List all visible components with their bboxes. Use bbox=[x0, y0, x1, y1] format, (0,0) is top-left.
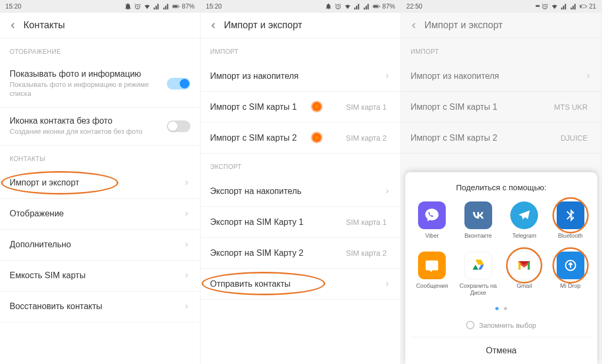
row-title: Восстановить контакты bbox=[10, 302, 183, 311]
chevron-right-icon bbox=[183, 179, 190, 187]
row-import-sim2[interactable]: Импорт с SIM карты 2 SIM карта 2 bbox=[200, 123, 400, 153]
status-time: 15:20 bbox=[206, 3, 222, 10]
row-import-storage[interactable]: Импорт из накопителя bbox=[200, 61, 400, 92]
mute-icon bbox=[325, 3, 332, 10]
wifi-icon bbox=[551, 3, 558, 10]
row-title: Экспорт на SIM Карту 2 bbox=[210, 248, 346, 258]
share-label: Viber bbox=[426, 232, 439, 246]
cancel-button[interactable]: Отмена bbox=[411, 337, 592, 364]
share-midrop[interactable]: Mi Drop bbox=[549, 252, 592, 296]
gmail-icon bbox=[510, 252, 538, 279]
section-import: ИМПОРТ bbox=[401, 38, 601, 61]
row-title: Иконка контакта без фото bbox=[10, 116, 167, 126]
share-viber[interactable]: Viber bbox=[411, 201, 454, 246]
row-sim-capacity[interactable]: Емкость SIM карты bbox=[0, 261, 200, 292]
share-label: Сообщения bbox=[416, 282, 448, 296]
share-label: Telegram bbox=[512, 232, 536, 246]
battery-icon bbox=[172, 3, 180, 10]
toggle-on[interactable] bbox=[167, 78, 190, 90]
chevron-left-icon bbox=[409, 21, 419, 30]
share-label: Mi Drop bbox=[560, 282, 581, 296]
row-title: Емкость SIM карты bbox=[10, 271, 183, 280]
status-time: 22:50 bbox=[406, 3, 422, 10]
share-title: Поделиться с помощью: bbox=[411, 183, 592, 192]
row-title: Экспорт на SIM Карту 1 bbox=[210, 217, 346, 227]
share-sheet: Поделиться с помощью: Viber Вконтакте Te… bbox=[405, 172, 597, 364]
remember-row[interactable]: Запомнить выбор bbox=[411, 317, 592, 337]
drive-icon bbox=[464, 252, 492, 279]
share-label: Вконтакте bbox=[464, 232, 492, 246]
row-value: MTS UKR bbox=[554, 103, 588, 111]
row-restore[interactable]: Восстановить контакты bbox=[0, 292, 200, 322]
section-export: ЭКСПОРТ bbox=[200, 153, 400, 176]
signal2-icon bbox=[163, 3, 170, 10]
row-send-contacts[interactable]: Отправить контакты bbox=[200, 269, 400, 300]
battery-icon bbox=[373, 3, 380, 10]
section-display: ОТОБРАЖЕНИЕ bbox=[0, 38, 200, 61]
battery-icon bbox=[580, 3, 587, 10]
toggle-off[interactable] bbox=[167, 120, 190, 132]
battery-percent: 87% bbox=[382, 3, 395, 10]
status-time: 15:20 bbox=[5, 3, 21, 10]
dot-active bbox=[495, 307, 499, 310]
status-indicators: 87% bbox=[325, 3, 395, 10]
signal2-icon bbox=[570, 3, 577, 10]
share-bluetooth[interactable]: Bluetooth bbox=[549, 201, 592, 246]
highlight-dot bbox=[310, 100, 323, 113]
row-import-sim2[interactable]: Импорт с SIM карты 2 DJUICE bbox=[401, 123, 601, 153]
row-title: Импорт с SIM карты 1 bbox=[210, 102, 346, 112]
dot-inactive bbox=[504, 307, 507, 310]
row-title: Импорт из накопителя bbox=[411, 71, 584, 81]
row-import-sim1[interactable]: Импорт с SIM карты 1 MTS UKR bbox=[401, 92, 601, 123]
back-button[interactable] bbox=[206, 18, 221, 33]
row-import-storage[interactable]: Импорт из накопителя bbox=[401, 61, 601, 92]
row-display[interactable]: Отображение bbox=[0, 199, 200, 230]
section-contacts: КОНТАКТЫ bbox=[0, 145, 200, 168]
share-telegram[interactable]: Telegram bbox=[503, 201, 546, 246]
telegram-icon bbox=[510, 201, 538, 229]
row-export-sim1[interactable]: Экспорт на SIM Карту 1 SIM карта 1 bbox=[200, 207, 400, 238]
share-messages[interactable]: Сообщения bbox=[411, 252, 454, 296]
status-bar: 15:20 87% bbox=[200, 0, 400, 13]
alarm-icon bbox=[541, 3, 549, 10]
header: Импорт и экспорт bbox=[401, 13, 601, 38]
wifi-icon bbox=[143, 3, 151, 10]
row-subtitle: Создание иконки для контактов без фото bbox=[10, 127, 167, 136]
row-show-photo[interactable]: Показывать фото и информацию Показывать … bbox=[0, 61, 200, 108]
chevron-right-icon bbox=[383, 72, 391, 80]
share-label: Сохранить на Диске bbox=[457, 282, 500, 296]
signal-icon bbox=[354, 3, 361, 10]
dots-icon: ••• bbox=[535, 3, 539, 10]
alarm-icon bbox=[134, 3, 141, 10]
row-additional[interactable]: Дополнительно bbox=[0, 230, 200, 261]
row-export-storage[interactable]: Экспорт на накопитель bbox=[200, 176, 400, 207]
header-title: Контакты bbox=[23, 20, 65, 31]
chevron-right-icon bbox=[584, 72, 592, 80]
back-button[interactable] bbox=[5, 18, 20, 33]
row-title: Импорт из накопителя bbox=[210, 71, 383, 81]
signal2-icon bbox=[363, 3, 371, 10]
viber-icon bbox=[418, 201, 446, 229]
share-vk[interactable]: Вконтакте bbox=[457, 201, 500, 246]
row-import-sim1[interactable]: Импорт с SIM карты 1 SIM карта 1 bbox=[200, 92, 400, 123]
wifi-icon bbox=[344, 3, 351, 10]
share-gmail[interactable]: Gmail bbox=[503, 252, 546, 296]
row-contact-icon[interactable]: Иконка контакта без фото Создание иконки… bbox=[0, 108, 200, 145]
mute-icon bbox=[124, 3, 132, 10]
row-import-export[interactable]: Импорт и экспорт bbox=[0, 168, 200, 199]
chevron-right-icon bbox=[383, 280, 391, 288]
row-value: DJUICE bbox=[560, 134, 588, 142]
battery-percent: 87% bbox=[182, 3, 195, 10]
svg-rect-10 bbox=[580, 5, 582, 7]
share-drive[interactable]: Сохранить на Диске bbox=[457, 252, 500, 296]
svg-rect-7 bbox=[380, 6, 380, 7]
remember-label: Запомнить выбор bbox=[479, 321, 536, 329]
svg-rect-2 bbox=[173, 5, 178, 7]
row-value: SIM карта 2 bbox=[346, 134, 387, 142]
status-bar: 22:50 ••• 21 bbox=[401, 0, 601, 13]
back-button[interactable] bbox=[406, 18, 421, 33]
row-title: Импорт с SIM карты 2 bbox=[210, 133, 346, 143]
row-export-sim2[interactable]: Экспорт на SIM Карту 2 SIM карта 2 bbox=[200, 238, 400, 269]
vk-icon bbox=[464, 201, 492, 229]
status-indicators: ••• 21 bbox=[535, 3, 596, 10]
